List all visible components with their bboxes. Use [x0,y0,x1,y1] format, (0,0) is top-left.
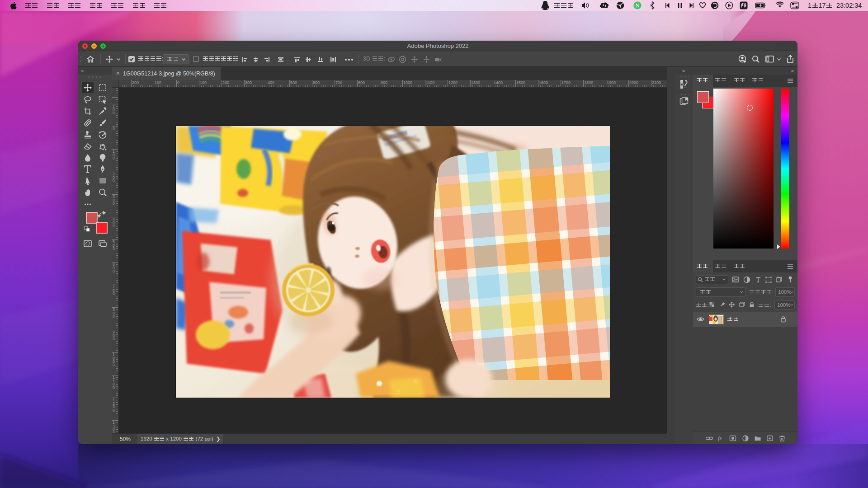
svg-text:fx: fx [718,435,722,441]
